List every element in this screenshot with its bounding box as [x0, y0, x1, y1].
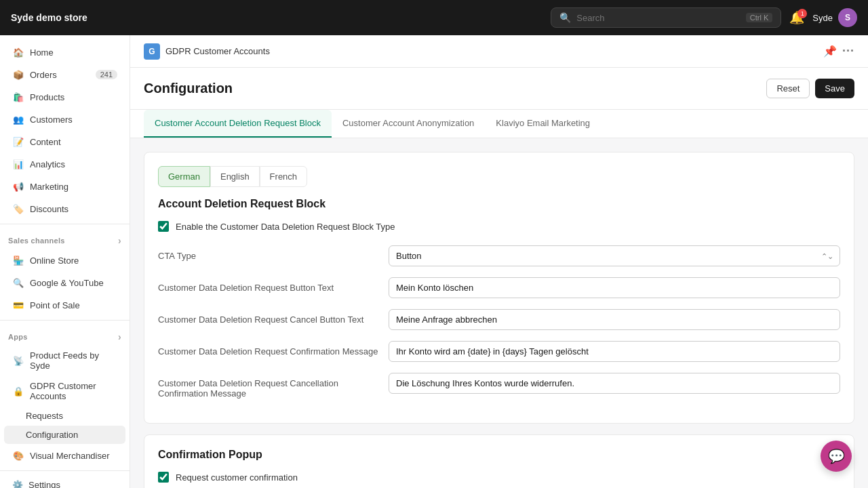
sidebar-divider [0, 224, 130, 224]
apps-expand-icon[interactable]: › [118, 331, 121, 342]
page-actions: Reset Save [766, 79, 854, 98]
app-title-row: G GDPR Customer Accounts [144, 43, 270, 60]
page-title: Configuration [144, 81, 233, 96]
app-icon-text: G [149, 47, 155, 56]
sidebar-item-label: Customers [30, 115, 73, 125]
sidebar: 🏠 Home 📦 Orders 241 🛍️ Products 👥 Custom… [0, 35, 130, 488]
button-text-field [389, 277, 840, 298]
visual-merchandiser-icon: 🎨 [12, 449, 24, 462]
request-customer-checkbox[interactable] [158, 472, 169, 483]
search-shortcut: Ctrl K [746, 13, 773, 22]
sidebar-item-online-store[interactable]: 🏪 Online Store [4, 249, 125, 271]
sub-item-requests[interactable]: Requests [4, 407, 125, 425]
cancellation-message-input[interactable] [389, 373, 840, 394]
lang-tab-english[interactable]: English [210, 166, 260, 187]
layout: 🏠 Home 📦 Orders 241 🛍️ Products 👥 Custom… [0, 35, 868, 488]
content-area: German English French Account Deletion R… [130, 138, 868, 488]
cancel-button-text-input[interactable] [389, 309, 840, 330]
main-content: G GDPR Customer Accounts 📌 ··· Configura… [130, 35, 868, 488]
cancel-button-text-label: Customer Data Deletion Request Cancel Bu… [158, 309, 389, 325]
enable-checkbox-label: Enable the Customer Data Deletion Reques… [176, 222, 395, 232]
confirmation-popup-card: Confirmation Popup Request customer conf… [144, 434, 854, 488]
lang-tab-german[interactable]: German [158, 166, 210, 187]
sales-channels-label: Sales channels [8, 237, 65, 245]
avatar[interactable]: S [838, 8, 857, 27]
online-store-icon: 🏪 [12, 254, 24, 266]
page-header: Configuration Reset Save [130, 68, 868, 110]
customers-icon: 👥 [12, 113, 24, 125]
pin-button[interactable]: 📌 [823, 45, 837, 58]
enable-checkbox-row: Enable the Customer Data Deletion Reques… [158, 221, 840, 232]
confirmation-message-label: Customer Data Deletion Request Confirmat… [158, 341, 389, 357]
sidebar-item-marketing[interactable]: 📢 Marketing [4, 176, 125, 197]
app-name: GDPR Customer Accounts [165, 46, 270, 56]
sub-item-label: Configuration [26, 430, 78, 440]
sub-item-configuration[interactable]: Configuration [4, 426, 125, 444]
user-name: Syde [812, 13, 833, 23]
sidebar-item-label: Google & YouTube [30, 278, 104, 288]
request-customer-row: Request customer confirmation [158, 472, 840, 483]
button-text-input[interactable] [389, 277, 840, 298]
store-name: Syde demo store [11, 12, 542, 23]
orders-badge: 241 [96, 70, 117, 79]
cancel-button-text-field [389, 309, 840, 330]
sidebar-item-visual-merchandiser[interactable]: 🎨 Visual Merchandiser [4, 445, 125, 466]
tab-deletion-request[interactable]: Customer Account Deletion Request Block [144, 110, 332, 138]
google-youtube-icon: 🔍 [12, 277, 24, 289]
sidebar-item-label: Product Feeds by Syde [30, 350, 117, 371]
enable-checkbox[interactable] [158, 221, 169, 232]
confirmation-message-row: Customer Data Deletion Request Confirmat… [158, 341, 840, 362]
button-text-label: Customer Data Deletion Request Button Te… [158, 277, 389, 293]
sidebar-item-label: Orders [30, 70, 57, 80]
sub-item-label: Requests [26, 411, 63, 421]
home-icon: 🏠 [12, 46, 24, 58]
sidebar-item-discounts[interactable]: 🏷️ Discounts [4, 198, 125, 220]
reset-button[interactable]: Reset [766, 79, 810, 98]
topbar: Syde demo store 🔍 Ctrl K 🔔 1 Syde S [0, 0, 868, 35]
sidebar-item-analytics[interactable]: 📊 Analytics [4, 153, 125, 175]
sidebar-item-google-youtube[interactable]: 🔍 Google & YouTube [4, 272, 125, 293]
sidebar-item-label: GDPR Customer Accounts [30, 381, 117, 401]
more-button[interactable]: ··· [842, 44, 854, 58]
sidebar-item-settings[interactable]: ⚙️ Settings [4, 475, 125, 488]
orders-icon: 📦 [12, 68, 24, 81]
tab-klaviyo[interactable]: Klaviyo Email Marketing [485, 110, 601, 138]
sales-channels-expand-icon[interactable]: › [118, 235, 121, 246]
chat-bubble[interactable]: 💬 [821, 441, 852, 472]
notifications-button[interactable]: 🔔 1 [789, 10, 804, 25]
settings-icon: ⚙️ [12, 480, 23, 488]
apps-label: Apps [8, 333, 28, 341]
sidebar-item-customers[interactable]: 👥 Customers [4, 108, 125, 130]
cta-type-select[interactable]: Button [389, 245, 840, 266]
cancel-button-text-row: Customer Data Deletion Request Cancel Bu… [158, 309, 840, 330]
app-icon: G [144, 43, 160, 60]
notifications-badge: 1 [797, 9, 807, 18]
analytics-icon: 📊 [12, 158, 24, 170]
marketing-icon: 📢 [12, 180, 24, 192]
cancellation-message-field [389, 373, 840, 394]
search-bar[interactable]: 🔍 Ctrl K [551, 7, 781, 28]
sidebar-divider-2 [0, 320, 130, 321]
sidebar-item-product-feeds[interactable]: 📡 Product Feeds by Syde [4, 346, 125, 375]
search-input[interactable] [576, 13, 741, 23]
confirmation-message-input[interactable] [389, 341, 840, 362]
content-icon: 📝 [12, 136, 24, 148]
lang-tab-french[interactable]: French [260, 166, 307, 187]
sidebar-item-point-of-sale[interactable]: 💳 Point of Sale [4, 294, 125, 316]
sidebar-item-label: Home [30, 47, 54, 58]
sidebar-item-label: Visual Merchandiser [30, 451, 110, 461]
topbar-right: 🔔 1 Syde S [789, 8, 857, 27]
cancellation-message-row: Customer Data Deletion Request Cancellat… [158, 373, 840, 399]
sidebar-item-orders[interactable]: 📦 Orders 241 [4, 64, 125, 85]
gdpr-icon: 🔒 [12, 385, 24, 397]
sidebar-item-products[interactable]: 🛍️ Products [4, 86, 125, 108]
cancellation-message-label: Customer Data Deletion Request Cancellat… [158, 373, 389, 399]
confirmation-popup-title: Confirmation Popup [158, 449, 840, 461]
app-header: G GDPR Customer Accounts 📌 ··· [130, 35, 868, 68]
user-info: Syde S [812, 8, 857, 27]
sidebar-item-content[interactable]: 📝 Content [4, 131, 125, 152]
save-button[interactable]: Save [815, 79, 854, 98]
sidebar-item-gdpr[interactable]: 🔒 GDPR Customer Accounts [4, 376, 125, 406]
tab-anonymization[interactable]: Customer Account Anonymization [332, 110, 485, 138]
sidebar-item-home[interactable]: 🏠 Home [4, 41, 125, 63]
